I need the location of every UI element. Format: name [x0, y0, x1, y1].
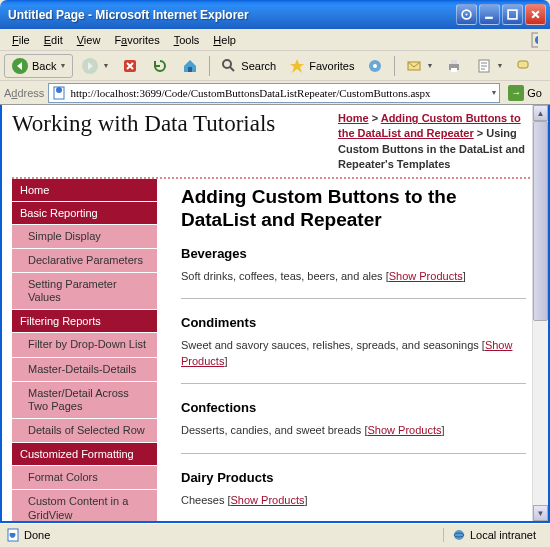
svg-rect-14	[451, 60, 457, 64]
category-desc: Cheeses [Show Products]	[181, 493, 526, 508]
toolbar: Back ▼ ▼ Search Favorites ▼ ▼	[0, 51, 550, 81]
home-button[interactable]	[177, 55, 203, 77]
category-desc: Soft drinks, coffees, teas, beers, and a…	[181, 269, 526, 284]
zone-text: Local intranet	[470, 529, 536, 541]
sidebar-item[interactable]: Basic Reporting	[12, 202, 157, 225]
media-icon	[366, 57, 384, 75]
breadcrumb: Home > Adding Custom Buttons to the Data…	[338, 111, 538, 173]
main-heading: Adding Custom Buttons to the DataList an…	[181, 185, 526, 233]
category: BeveragesSoft drinks, coffees, teas, bee…	[181, 246, 526, 299]
svg-point-20	[454, 530, 464, 540]
divider	[181, 383, 526, 384]
close-button[interactable]	[525, 4, 546, 25]
scroll-up-button[interactable]: ▲	[533, 105, 548, 121]
address-input[interactable]	[70, 87, 490, 99]
discuss-button[interactable]	[511, 55, 537, 77]
menu-view[interactable]: View	[71, 32, 107, 48]
maximize-button[interactable]	[502, 4, 523, 25]
show-products-link[interactable]: Show Products	[367, 424, 441, 436]
menu-tools[interactable]: Tools	[168, 32, 206, 48]
media-button[interactable]	[362, 55, 388, 77]
done-icon	[6, 528, 20, 542]
sidebar-item[interactable]: Master/Detail Across Two Pages	[12, 382, 157, 419]
minimize-button[interactable]	[479, 4, 500, 25]
forward-button[interactable]: ▼	[77, 55, 113, 77]
sidebar-item[interactable]: Details of Selected Row	[12, 419, 157, 443]
search-icon	[220, 57, 238, 75]
category-name: Condiments	[181, 315, 526, 330]
stop-icon	[121, 57, 139, 75]
window-title: Untitled Page - Microsoft Internet Explo…	[4, 8, 456, 22]
page-icon	[51, 85, 67, 101]
ie-logo-icon	[524, 30, 544, 50]
chevron-down-icon: ▼	[59, 62, 66, 69]
sidebar-item[interactable]: Master-Details-Details	[12, 358, 157, 382]
svg-point-11	[373, 64, 377, 68]
window-titlebar: Untitled Page - Microsoft Internet Explo…	[0, 0, 550, 29]
show-products-link[interactable]: Show Products	[181, 339, 512, 366]
search-button[interactable]: Search	[216, 55, 280, 77]
svg-rect-17	[518, 61, 528, 68]
mail-icon	[405, 57, 423, 75]
category: ConfectionsDesserts, candies, and sweet …	[181, 400, 526, 453]
svg-point-1	[465, 13, 467, 15]
print-icon	[445, 57, 463, 75]
discuss-icon	[515, 57, 533, 75]
zone-icon	[452, 528, 466, 542]
edit-icon	[475, 57, 493, 75]
vertical-scrollbar[interactable]: ▲ ▼	[532, 105, 548, 521]
home-icon	[181, 57, 199, 75]
sidebar-item[interactable]: Custom Content in a GridView	[12, 490, 157, 523]
chevron-down-icon: ▼	[102, 62, 109, 69]
back-icon	[11, 57, 29, 75]
category-name: Dairy Products	[181, 470, 526, 485]
star-icon	[288, 57, 306, 75]
mail-button[interactable]: ▼	[401, 55, 437, 77]
scroll-thumb[interactable]	[533, 121, 548, 321]
scroll-down-button[interactable]: ▼	[533, 505, 548, 521]
menu-edit[interactable]: Edit	[38, 32, 69, 48]
favorites-button[interactable]: Favorites	[284, 55, 358, 77]
category-desc: Desserts, candies, and sweet breads [Sho…	[181, 423, 526, 438]
category: CondimentsSweet and savory sauces, relis…	[181, 315, 526, 384]
chevron-down-icon: ▼	[496, 62, 503, 69]
svg-point-9	[223, 60, 231, 68]
sidebar-item[interactable]: Customized Formatting	[12, 443, 157, 466]
sidebar-item[interactable]: Format Colors	[12, 466, 157, 490]
sidebar-item[interactable]: Simple Display	[12, 225, 157, 249]
page-title: Working with Data Tutorials	[12, 111, 275, 137]
sidebar-item[interactable]: Setting Parameter Values	[12, 273, 157, 310]
main-content: Adding Custom Buttons to the DataList an…	[157, 179, 538, 523]
edit-button[interactable]: ▼	[471, 55, 507, 77]
menu-help[interactable]: Help	[207, 32, 242, 48]
help-button[interactable]	[456, 4, 477, 25]
sidebar-item[interactable]: Filter by Drop-Down List	[12, 333, 157, 357]
chevron-down-icon[interactable]: ▼	[490, 89, 497, 96]
refresh-button[interactable]	[147, 55, 173, 77]
sidebar-item[interactable]: Home	[12, 179, 157, 202]
refresh-icon	[151, 57, 169, 75]
category-name: Beverages	[181, 246, 526, 261]
breadcrumb-home[interactable]: Home	[338, 112, 369, 124]
print-button[interactable]	[441, 55, 467, 77]
go-icon: →	[508, 85, 524, 101]
show-products-link[interactable]: Show Products	[389, 270, 463, 282]
chevron-down-icon: ▼	[426, 62, 433, 69]
svg-rect-8	[188, 67, 192, 72]
svg-rect-15	[451, 68, 457, 72]
sidebar: HomeBasic ReportingSimple DisplayDeclara…	[12, 179, 157, 523]
show-products-link[interactable]: Show Products	[231, 494, 305, 506]
page-viewport: Working with Data Tutorials Home > Addin…	[0, 105, 550, 523]
category-desc: Sweet and savory sauces, relishes, sprea…	[181, 338, 526, 369]
sidebar-item[interactable]: Declarative Parameters	[12, 249, 157, 273]
status-text: Done	[24, 529, 50, 541]
stop-button[interactable]	[117, 55, 143, 77]
sidebar-item[interactable]: Filtering Reports	[12, 310, 157, 333]
menu-file[interactable]: File	[6, 32, 36, 48]
menu-favorites[interactable]: Favorites	[108, 32, 165, 48]
svg-rect-2	[485, 17, 493, 19]
address-bar: Address ▼ → Go	[0, 81, 550, 105]
address-field[interactable]: ▼	[48, 83, 500, 103]
back-button[interactable]: Back ▼	[4, 54, 73, 78]
go-button[interactable]: → Go	[504, 83, 546, 103]
